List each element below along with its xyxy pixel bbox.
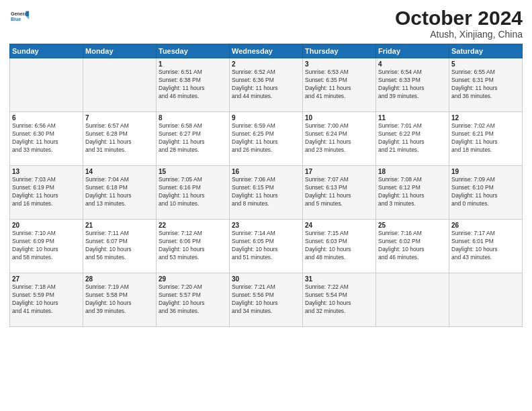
- day-info: Sunrise: 7:20 AM Sunset: 5:57 PM Dayligh…: [159, 283, 227, 316]
- day-number: 4: [378, 60, 447, 68]
- table-cell: 15Sunrise: 7:05 AM Sunset: 6:16 PM Dayli…: [157, 166, 230, 220]
- day-number: 27: [12, 275, 81, 283]
- day-number: 1: [159, 60, 227, 68]
- day-info: Sunrise: 7:11 AM Sunset: 6:07 PM Dayligh…: [85, 230, 154, 262]
- day-info: Sunrise: 7:12 AM Sunset: 6:06 PM Dayligh…: [159, 230, 227, 262]
- day-info: Sunrise: 7:22 AM Sunset: 5:54 PM Dayligh…: [305, 283, 373, 316]
- header-row: Sunday Monday Tuesday Wednesday Thursday…: [10, 44, 523, 58]
- page-subtitle: Atush, Xinjiang, China: [395, 29, 523, 40]
- day-info: Sunrise: 6:54 AM Sunset: 6:33 PM Dayligh…: [378, 68, 447, 101]
- day-info: Sunrise: 7:14 AM Sunset: 6:05 PM Dayligh…: [232, 230, 300, 262]
- table-cell: 25Sunrise: 7:16 AM Sunset: 6:02 PM Dayli…: [376, 220, 449, 273]
- day-number: 3: [305, 60, 373, 68]
- day-info: Sunrise: 7:15 AM Sunset: 6:03 PM Dayligh…: [305, 230, 373, 262]
- table-row: 27Sunrise: 7:18 AM Sunset: 5:59 PM Dayli…: [10, 273, 523, 327]
- day-number: 25: [378, 222, 447, 229]
- table-cell: 16Sunrise: 7:06 AM Sunset: 6:15 PM Dayli…: [230, 166, 303, 220]
- day-info: Sunrise: 7:17 AM Sunset: 6:01 PM Dayligh…: [451, 230, 520, 262]
- day-info: Sunrise: 7:21 AM Sunset: 5:56 PM Dayligh…: [232, 283, 300, 316]
- day-info: Sunrise: 6:53 AM Sunset: 6:35 PM Dayligh…: [305, 68, 373, 101]
- day-number: 30: [232, 275, 300, 283]
- table-cell: [83, 58, 157, 112]
- svg-marker-2: [26, 11, 29, 16]
- table-cell: 7Sunrise: 6:57 AM Sunset: 6:28 PM Daylig…: [83, 112, 157, 166]
- table-cell: 30Sunrise: 7:21 AM Sunset: 5:56 PM Dayli…: [230, 273, 303, 327]
- day-number: 8: [159, 114, 227, 122]
- day-info: Sunrise: 7:08 AM Sunset: 6:12 PM Dayligh…: [378, 176, 447, 208]
- day-info: Sunrise: 7:05 AM Sunset: 6:16 PM Dayligh…: [159, 176, 227, 208]
- table-cell: 31Sunrise: 7:22 AM Sunset: 5:54 PM Dayli…: [303, 273, 376, 327]
- day-info: Sunrise: 7:09 AM Sunset: 6:10 PM Dayligh…: [451, 176, 520, 208]
- table-cell: 3Sunrise: 6:53 AM Sunset: 6:35 PM Daylig…: [303, 58, 376, 112]
- day-info: Sunrise: 6:52 AM Sunset: 6:36 PM Dayligh…: [232, 68, 300, 101]
- day-number: 17: [305, 168, 373, 175]
- table-cell: 4Sunrise: 6:54 AM Sunset: 6:33 PM Daylig…: [376, 58, 449, 112]
- col-tuesday: Tuesday: [157, 44, 230, 58]
- day-info: Sunrise: 7:07 AM Sunset: 6:13 PM Dayligh…: [305, 176, 373, 208]
- day-number: 2: [232, 60, 300, 68]
- table-cell: 9Sunrise: 6:59 AM Sunset: 6:25 PM Daylig…: [230, 112, 303, 166]
- day-number: 11: [378, 114, 447, 122]
- svg-text:Blue: Blue: [11, 17, 21, 21]
- table-cell: 24Sunrise: 7:15 AM Sunset: 6:03 PM Dayli…: [303, 220, 376, 273]
- day-number: 26: [451, 222, 520, 229]
- logo: GeneralBlue: [9, 7, 30, 28]
- table-cell: 5Sunrise: 6:55 AM Sunset: 6:31 PM Daylig…: [449, 58, 523, 112]
- table-cell: 29Sunrise: 7:20 AM Sunset: 5:57 PM Dayli…: [157, 273, 230, 327]
- title-block: October 2024 Atush, Xinjiang, China: [395, 7, 523, 40]
- table-cell: [376, 273, 449, 327]
- table-cell: 11Sunrise: 7:01 AM Sunset: 6:22 PM Dayli…: [376, 112, 449, 166]
- table-cell: 26Sunrise: 7:17 AM Sunset: 6:01 PM Dayli…: [449, 220, 523, 273]
- day-info: Sunrise: 6:59 AM Sunset: 6:25 PM Dayligh…: [232, 122, 300, 154]
- col-monday: Monday: [83, 44, 157, 58]
- table-cell: [449, 273, 523, 327]
- table-cell: 14Sunrise: 7:04 AM Sunset: 6:18 PM Dayli…: [83, 166, 157, 220]
- day-info: Sunrise: 7:00 AM Sunset: 6:24 PM Dayligh…: [305, 122, 373, 154]
- day-info: Sunrise: 7:10 AM Sunset: 6:09 PM Dayligh…: [12, 230, 81, 262]
- col-sunday: Sunday: [10, 44, 83, 58]
- table-cell: 27Sunrise: 7:18 AM Sunset: 5:59 PM Dayli…: [10, 273, 83, 327]
- day-info: Sunrise: 7:04 AM Sunset: 6:18 PM Dayligh…: [85, 176, 154, 208]
- day-number: 5: [451, 60, 520, 68]
- page-title: October 2024: [395, 7, 523, 29]
- day-number: 16: [232, 168, 300, 175]
- table-row: 6Sunrise: 6:56 AM Sunset: 6:30 PM Daylig…: [10, 112, 523, 166]
- table-cell: 23Sunrise: 7:14 AM Sunset: 6:05 PM Dayli…: [230, 220, 303, 273]
- calendar-body: 1Sunrise: 6:51 AM Sunset: 6:38 PM Daylig…: [10, 58, 523, 327]
- day-number: 7: [85, 114, 154, 122]
- day-info: Sunrise: 6:57 AM Sunset: 6:28 PM Dayligh…: [85, 122, 154, 154]
- day-number: 19: [451, 168, 520, 175]
- table-row: 13Sunrise: 7:03 AM Sunset: 6:19 PM Dayli…: [10, 166, 523, 220]
- day-number: 31: [305, 275, 373, 283]
- day-number: 9: [232, 114, 300, 122]
- table-cell: [10, 58, 83, 112]
- day-number: 29: [159, 275, 227, 283]
- table-cell: 1Sunrise: 6:51 AM Sunset: 6:38 PM Daylig…: [157, 58, 230, 112]
- table-cell: 28Sunrise: 7:19 AM Sunset: 5:58 PM Dayli…: [83, 273, 157, 327]
- day-info: Sunrise: 7:19 AM Sunset: 5:58 PM Dayligh…: [85, 283, 154, 316]
- logo-icon: GeneralBlue: [11, 7, 30, 26]
- day-number: 21: [85, 222, 154, 229]
- day-number: 12: [451, 114, 520, 122]
- day-info: Sunrise: 7:18 AM Sunset: 5:59 PM Dayligh…: [12, 283, 81, 316]
- table-cell: 18Sunrise: 7:08 AM Sunset: 6:12 PM Dayli…: [376, 166, 449, 220]
- table-cell: 13Sunrise: 7:03 AM Sunset: 6:19 PM Dayli…: [10, 166, 83, 220]
- table-cell: 22Sunrise: 7:12 AM Sunset: 6:06 PM Dayli…: [157, 220, 230, 273]
- svg-marker-3: [26, 16, 29, 19]
- calendar-table: Sunday Monday Tuesday Wednesday Thursday…: [9, 44, 523, 327]
- day-info: Sunrise: 6:56 AM Sunset: 6:30 PM Dayligh…: [12, 122, 81, 154]
- table-cell: 10Sunrise: 7:00 AM Sunset: 6:24 PM Dayli…: [303, 112, 376, 166]
- table-cell: 8Sunrise: 6:58 AM Sunset: 6:27 PM Daylig…: [157, 112, 230, 166]
- day-number: 15: [159, 168, 227, 175]
- table-cell: 2Sunrise: 6:52 AM Sunset: 6:36 PM Daylig…: [230, 58, 303, 112]
- day-number: 20: [12, 222, 81, 229]
- day-number: 23: [232, 222, 300, 229]
- table-cell: 17Sunrise: 7:07 AM Sunset: 6:13 PM Dayli…: [303, 166, 376, 220]
- day-info: Sunrise: 6:58 AM Sunset: 6:27 PM Dayligh…: [159, 122, 227, 154]
- day-number: 28: [85, 275, 154, 283]
- day-info: Sunrise: 7:03 AM Sunset: 6:19 PM Dayligh…: [12, 176, 81, 208]
- day-info: Sunrise: 7:02 AM Sunset: 6:21 PM Dayligh…: [451, 122, 520, 154]
- col-thursday: Thursday: [303, 44, 376, 58]
- table-cell: 20Sunrise: 7:10 AM Sunset: 6:09 PM Dayli…: [10, 220, 83, 273]
- day-number: 18: [378, 168, 447, 175]
